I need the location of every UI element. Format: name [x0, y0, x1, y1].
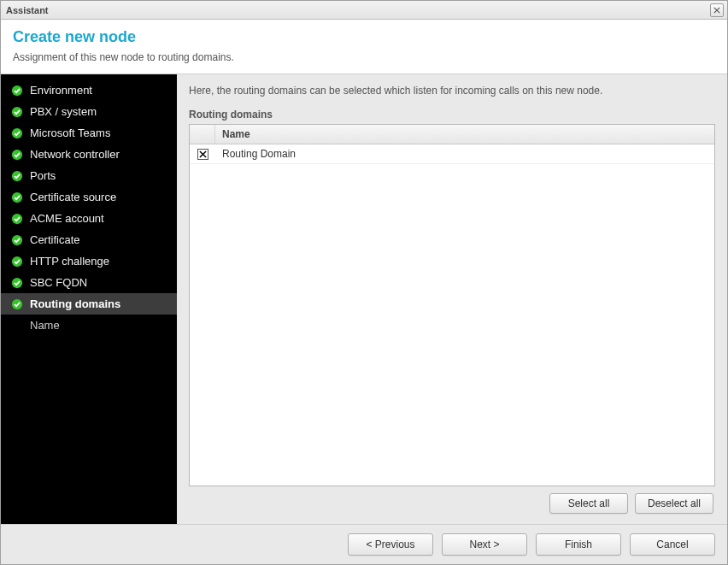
sidebar-item-certificate-source[interactable]: Certificate source: [1, 186, 177, 208]
check-circle-icon: [11, 234, 23, 246]
sidebar-item-label: PBX / system: [30, 105, 97, 118]
sidebar-item-label: HTTP challenge: [30, 255, 109, 268]
column-name[interactable]: Name: [215, 125, 714, 144]
titlebar: Assistant: [1, 1, 727, 20]
routing-domains-table: Name Routing Domain: [189, 124, 715, 486]
sidebar-subitem-name[interactable]: Name: [1, 315, 177, 336]
table-header: Name: [190, 125, 714, 144]
sidebar-item-network-controller[interactable]: Network controller: [1, 144, 177, 165]
body: Environment PBX / system Microsoft Teams…: [1, 74, 727, 524]
cancel-button[interactable]: Cancel: [630, 533, 715, 556]
sidebar-item-environment[interactable]: Environment: [1, 79, 177, 101]
check-circle-icon: [11, 298, 23, 310]
x-mark-icon: [199, 150, 207, 158]
sidebar-item-sbc-fqdn[interactable]: SBC FQDN: [1, 272, 177, 293]
sidebar-item-label: Certificate: [30, 233, 80, 246]
check-circle-icon: [11, 149, 23, 161]
check-circle-icon: [11, 277, 23, 289]
sidebar-item-label: ACME account: [30, 212, 104, 225]
row-name: Routing Domain: [215, 144, 714, 163]
sidebar-item-label: Environment: [30, 84, 92, 97]
assistant-window: Assistant Create new node Assignment of …: [0, 0, 728, 565]
header: Create new node Assignment of this new n…: [1, 20, 727, 74]
finish-button[interactable]: Finish: [536, 533, 621, 556]
content: Here, the routing domains can be selecte…: [177, 74, 727, 524]
table-row[interactable]: Routing Domain: [190, 144, 714, 164]
sidebar-item-acme-account[interactable]: ACME account: [1, 208, 177, 229]
page-subtitle: Assignment of this new node to routing d…: [13, 51, 715, 63]
sidebar-item-routing-domains[interactable]: Routing domains: [1, 293, 177, 315]
close-icon: [713, 7, 720, 14]
previous-button[interactable]: < Previous: [348, 533, 433, 556]
window-title: Assistant: [6, 5, 49, 15]
row-checkbox[interactable]: [197, 149, 208, 160]
intro-text: Here, the routing domains can be selecte…: [189, 85, 715, 97]
sidebar-item-certificate[interactable]: Certificate: [1, 229, 177, 250]
page-title: Create new node: [13, 28, 715, 46]
sidebar-item-http-challenge[interactable]: HTTP challenge: [1, 250, 177, 272]
check-circle-icon: [11, 191, 23, 203]
section-label: Routing domains: [189, 109, 715, 121]
column-checkbox: [190, 125, 215, 144]
check-circle-icon: [11, 106, 23, 118]
check-circle-icon: [11, 256, 23, 268]
check-circle-icon: [11, 213, 23, 225]
sidebar-item-label: Routing domains: [30, 297, 120, 310]
footer: < Previous Next > Finish Cancel: [1, 524, 727, 564]
next-button[interactable]: Next >: [442, 533, 527, 556]
check-circle-icon: [11, 85, 23, 97]
selection-buttons: Select all Deselect all: [189, 486, 715, 515]
sidebar-item-label: Certificate source: [30, 191, 116, 203]
select-all-button[interactable]: Select all: [549, 493, 628, 514]
table-body: Routing Domain: [190, 144, 714, 486]
deselect-all-button[interactable]: Deselect all: [635, 493, 713, 514]
sidebar-item-label: Network controller: [30, 148, 120, 161]
sidebar-item-label: SBC FQDN: [30, 276, 87, 289]
check-circle-icon: [11, 170, 23, 182]
close-button[interactable]: [710, 3, 724, 17]
sidebar-item-label: Ports: [30, 169, 56, 182]
sidebar-item-microsoft-teams[interactable]: Microsoft Teams: [1, 122, 177, 144]
sidebar-item-pbx-system[interactable]: PBX / system: [1, 101, 177, 122]
sidebar-item-label: Microsoft Teams: [30, 127, 110, 139]
sidebar-item-ports[interactable]: Ports: [1, 165, 177, 186]
check-circle-icon: [11, 127, 23, 139]
sidebar: Environment PBX / system Microsoft Teams…: [1, 74, 177, 524]
